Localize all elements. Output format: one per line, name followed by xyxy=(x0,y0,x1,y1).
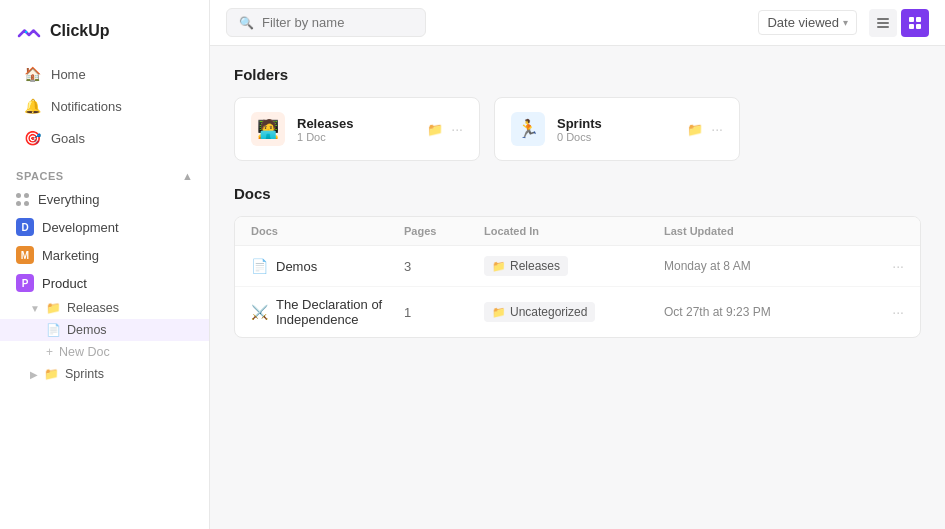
docs-section: Docs Docs Pages Located In Last Updated … xyxy=(234,185,921,338)
folder-card-releases-left: 🧑‍💻 Releases 1 Doc xyxy=(251,112,353,146)
sprints-folder-count: 0 Docs xyxy=(557,131,602,143)
date-viewed-button[interactable]: Date viewed ▾ xyxy=(758,10,857,35)
demos-row-actions[interactable]: ··· xyxy=(864,258,904,274)
home-icon: 🏠 xyxy=(24,66,41,82)
content-area: Folders 🧑‍💻 Releases 1 Doc 📁 ··· xyxy=(210,46,945,529)
demos-doc-icon: 📄 xyxy=(46,323,61,337)
table-row[interactable]: ⚔️ The Declaration of Independence 1 📁 U… xyxy=(235,287,920,337)
docs-table: Docs Pages Located In Last Updated 📄 Dem… xyxy=(234,216,921,338)
everything-label: Everything xyxy=(38,192,99,207)
logo-area[interactable]: ClickUp xyxy=(0,10,209,58)
svg-rect-3 xyxy=(909,17,914,22)
new-doc-label: New Doc xyxy=(59,345,110,359)
svg-rect-4 xyxy=(916,17,921,22)
svg-rect-1 xyxy=(877,22,889,24)
folder-badge-icon: 📁 xyxy=(492,260,506,273)
sprints-folder-icon-action[interactable]: 📁 xyxy=(687,122,703,137)
table-header: Docs Pages Located In Last Updated xyxy=(235,217,920,246)
app-name: ClickUp xyxy=(50,22,110,40)
releases-folder-icon-action[interactable]: 📁 xyxy=(427,122,443,137)
grid-view-icon xyxy=(908,16,922,30)
sidebar-item-marketing[interactable]: M Marketing xyxy=(0,241,209,269)
development-label: Development xyxy=(42,220,119,235)
sprints-more-icon[interactable]: ··· xyxy=(711,121,723,137)
col-located: Located In xyxy=(484,225,664,237)
nav-notifications-label: Notifications xyxy=(51,99,122,114)
releases-collapse-icon: ▼ xyxy=(30,303,40,314)
sidebar: ClickUp 🏠 Home 🔔 Notifications 🎯 Goals S… xyxy=(0,0,210,529)
releases-more-icon[interactable]: ··· xyxy=(451,121,463,137)
col-actions xyxy=(864,225,904,237)
main-content: 🔍 Date viewed ▾ xyxy=(210,0,945,529)
grid-dots-icon xyxy=(16,193,30,207)
nav-goals[interactable]: 🎯 Goals xyxy=(8,123,201,153)
sprints-expand-icon: ▶ xyxy=(30,369,38,380)
sprints-folder-info: Sprints 0 Docs xyxy=(557,116,602,143)
demos-doc-row-icon: 📄 xyxy=(251,258,268,274)
declaration-doc-cell: ⚔️ The Declaration of Independence xyxy=(251,297,404,327)
svg-rect-2 xyxy=(877,26,889,28)
demos-label: Demos xyxy=(67,323,107,337)
col-updated: Last Updated xyxy=(664,225,864,237)
sidebar-item-everything[interactable]: Everything xyxy=(0,186,209,213)
bell-icon: 🔔 xyxy=(24,98,41,114)
svg-rect-6 xyxy=(916,24,921,29)
topbar-right: Date viewed ▾ xyxy=(758,9,929,37)
releases-folder-icon: 📁 xyxy=(46,301,61,315)
chevron-down-icon: ▾ xyxy=(843,17,848,28)
svg-rect-0 xyxy=(877,18,889,20)
releases-label: Releases xyxy=(67,301,119,315)
sidebar-item-demos[interactable]: 📄 Demos xyxy=(0,319,209,341)
folder-card-sprints[interactable]: 🏃 Sprints 0 Docs 📁 ··· xyxy=(494,97,740,161)
folder-card-releases[interactable]: 🧑‍💻 Releases 1 Doc 📁 ··· xyxy=(234,97,480,161)
sprints-folder-actions: 📁 ··· xyxy=(687,121,723,137)
search-bar[interactable]: 🔍 xyxy=(226,8,426,37)
search-icon: 🔍 xyxy=(239,16,254,30)
product-label: Product xyxy=(42,276,87,291)
declaration-row-actions[interactable]: ··· xyxy=(864,304,904,320)
spaces-collapse-icon[interactable]: ▲ xyxy=(182,170,193,182)
marketing-label: Marketing xyxy=(42,248,99,263)
releases-folder-actions: 📁 ··· xyxy=(427,121,463,137)
folders-section: Folders 🧑‍💻 Releases 1 Doc 📁 ··· xyxy=(234,66,921,161)
demos-location: 📁 Releases xyxy=(484,256,664,276)
demos-more-icon[interactable]: ··· xyxy=(892,258,904,274)
declaration-doc-row-icon: ⚔️ xyxy=(251,304,268,320)
col-pages: Pages xyxy=(404,225,484,237)
sidebar-item-product[interactable]: P Product xyxy=(0,269,209,297)
table-row[interactable]: 📄 Demos 3 📁 Releases Monday at 8 AM ··· xyxy=(235,246,920,287)
sidebar-item-development[interactable]: D Development xyxy=(0,213,209,241)
marketing-avatar: M xyxy=(16,246,34,264)
folder-badge-icon-2: 📁 xyxy=(492,306,506,319)
releases-folder-info: Releases 1 Doc xyxy=(297,116,353,143)
search-input[interactable] xyxy=(262,15,413,30)
sidebar-item-new-doc[interactable]: + New Doc xyxy=(0,341,209,363)
demos-location-badge: 📁 Releases xyxy=(484,256,568,276)
declaration-pages: 1 xyxy=(404,305,484,320)
demos-doc-name: Demos xyxy=(276,259,317,274)
sprints-folder-icon: 📁 xyxy=(44,367,59,381)
clickup-logo-icon xyxy=(16,18,42,44)
declaration-last-updated: Oct 27th at 9:23 PM xyxy=(664,305,864,319)
releases-folder-name: Releases xyxy=(297,116,353,131)
product-avatar: P xyxy=(16,274,34,292)
sidebar-item-releases[interactable]: ▼ 📁 Releases xyxy=(0,297,209,319)
sprints-label: Sprints xyxy=(65,367,104,381)
docs-section-title: Docs xyxy=(234,185,921,202)
nav-home-label: Home xyxy=(51,67,86,82)
list-view-button[interactable] xyxy=(869,9,897,37)
sidebar-item-sprints[interactable]: ▶ 📁 Sprints xyxy=(0,363,209,385)
demos-location-text: Releases xyxy=(510,259,560,273)
declaration-location: 📁 Uncategorized xyxy=(484,302,664,322)
col-docs: Docs xyxy=(251,225,404,237)
declaration-more-icon[interactable]: ··· xyxy=(892,304,904,320)
nav-notifications[interactable]: 🔔 Notifications xyxy=(8,91,201,121)
spaces-header: Spaces ▲ xyxy=(0,160,209,186)
demos-last-updated: Monday at 8 AM xyxy=(664,259,864,273)
sprints-folder-emoji: 🏃 xyxy=(511,112,545,146)
demos-doc-cell: 📄 Demos xyxy=(251,258,404,274)
releases-folder-emoji: 🧑‍💻 xyxy=(251,112,285,146)
target-icon: 🎯 xyxy=(24,130,41,146)
nav-home[interactable]: 🏠 Home xyxy=(8,59,201,89)
grid-view-button[interactable] xyxy=(901,9,929,37)
